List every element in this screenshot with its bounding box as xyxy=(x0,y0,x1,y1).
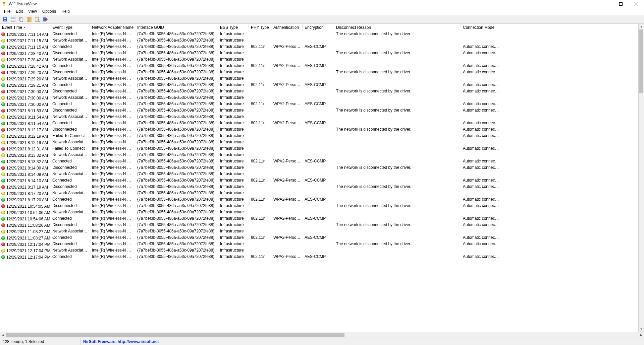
table-row[interactable]: 12/29/2021 7:28:42 AMNetwork Association… xyxy=(0,57,638,63)
column-header[interactable]: Interface GUID xyxy=(135,24,218,31)
cell-type: Connected xyxy=(50,101,90,108)
svg-rect-7 xyxy=(4,20,6,21)
table-row[interactable]: 12/29/2021 7:30:00 AMDisconnectedIntel(R… xyxy=(0,88,638,95)
table-row[interactable]: 12/29/2021 10:54:05 AMDisconnectedIntel(… xyxy=(0,203,638,209)
scroll-down-icon[interactable]: ▼ xyxy=(639,326,644,332)
table-row[interactable]: 12/29/2021 8:17:19 AMDisconnectedIntel(R… xyxy=(0,184,638,190)
cell-enc: AES-CCMP xyxy=(303,101,334,108)
table-row[interactable]: 12/29/2021 7:30:00 AMNetwork Association… xyxy=(0,95,638,101)
cell-phy xyxy=(249,133,271,139)
table-row[interactable]: 12/29/2021 7:29:20 AMNetwork Association… xyxy=(0,76,638,82)
table-row[interactable]: 12/29/2021 7:29:20 AMDisconnectedIntel(R… xyxy=(0,69,638,76)
column-header[interactable]: Connection Mode xyxy=(461,24,501,31)
status-dot-icon xyxy=(1,128,5,132)
table-row[interactable]: 12/29/2021 11:08:26 AMDisconnectedIntel(… xyxy=(0,222,638,228)
table-row[interactable]: 12/29/2021 7:28:40 AMDisconnectedIntel(R… xyxy=(0,50,638,57)
grid-header: Event TimeEvent TypeNetwork Adapter Name… xyxy=(0,24,638,31)
table-row[interactable]: 12/29/2021 7:11:15 AMNetwork Association… xyxy=(0,38,638,44)
cell-mode xyxy=(461,228,501,235)
menu-options[interactable]: Options xyxy=(40,8,59,14)
cell-guid: {7a7bef3b-3055-486a-a53c-09a72072fe88} xyxy=(135,222,218,228)
status-dot-icon xyxy=(1,236,5,240)
cell-mode: Automatic connecti... xyxy=(461,63,501,69)
table-icon[interactable] xyxy=(9,16,17,23)
cell-auth xyxy=(271,69,303,76)
table-row[interactable]: 12/29/2021 8:13:32 AMConnectedIntel(R) W… xyxy=(0,158,638,165)
table-row[interactable]: 12/29/2021 8:17:20 AMConnectedIntel(R) W… xyxy=(0,197,638,203)
table-row[interactable]: 12/29/2021 8:11:54 AMConnectedIntel(R) W… xyxy=(0,120,638,127)
scroll-thumb[interactable] xyxy=(6,333,344,337)
table-row[interactable]: 12/29/2021 7:28:42 AMConnectedIntel(R) W… xyxy=(0,63,638,69)
table-row[interactable]: 12/29/2021 10:54:06 AMNetwork Associatio… xyxy=(0,209,638,216)
cell-auth xyxy=(271,31,303,38)
column-header[interactable]: Event Type xyxy=(50,24,90,31)
table-row[interactable]: 12/29/2021 8:11:54 AMNetwork Association… xyxy=(0,114,638,120)
table-row[interactable]: 12/29/2021 12:17:04 PMNetwork Associatio… xyxy=(0,248,638,254)
cell-mode xyxy=(461,38,501,44)
scroll-thumb[interactable] xyxy=(639,29,643,93)
scroll-left-icon[interactable]: ◀ xyxy=(0,332,6,338)
properties-icon[interactable] xyxy=(25,16,33,23)
menu-edit[interactable]: Edit xyxy=(13,8,25,14)
table-row[interactable]: 12/29/2021 8:12:19 AMFailed To ConnectIn… xyxy=(0,133,638,139)
table-row[interactable]: 12/29/2021 10:54:06 AMConnectedIntel(R) … xyxy=(0,216,638,222)
table-row[interactable]: 12/29/2021 7:30:00 AMConnectedIntel(R) W… xyxy=(0,101,638,108)
close-button[interactable] xyxy=(629,0,644,8)
column-header[interactable]: Event Time xyxy=(0,24,50,31)
maximize-button[interactable] xyxy=(613,0,629,8)
cell-time: 12/29/2021 8:13:32 AM xyxy=(0,152,50,158)
cell-time: 12/29/2021 10:54:06 AM xyxy=(0,209,50,216)
cell-enc: AES-CCMP xyxy=(303,82,334,88)
column-header[interactable]: Network Adapter Name xyxy=(90,24,135,31)
copy-icon[interactable] xyxy=(17,16,25,23)
table-row[interactable]: 12/29/2021 8:11:53 AMDisconnectedIntel(R… xyxy=(0,108,638,114)
menu-view[interactable]: View xyxy=(25,8,40,14)
menu-file[interactable]: File xyxy=(1,8,13,14)
scroll-up-icon[interactable]: ▲ xyxy=(639,24,644,29)
cell-adapter: Intel(R) Wireless-N 7260 xyxy=(90,50,135,57)
table-row[interactable]: 12/29/2021 7:11:14 AMDisconnectedIntel(R… xyxy=(0,31,638,38)
status-dot-icon xyxy=(1,147,5,151)
table-row[interactable]: 12/29/2021 8:12:19 AMNetwork Association… xyxy=(0,139,638,146)
column-header[interactable]: BSS Type xyxy=(218,24,249,31)
cell-guid: {7a7bef3b-3055-486a-a53c-09a72072fe88} xyxy=(135,69,218,76)
table-row[interactable]: 12/29/2021 8:14:10 AMConnectedIntel(R) W… xyxy=(0,178,638,184)
column-header[interactable]: Authentication xyxy=(271,24,303,31)
cell-adapter: Intel(R) Wireless-N 7260 xyxy=(90,184,135,190)
cell-phy: 802.11n xyxy=(249,44,271,50)
cell-phy xyxy=(249,203,271,209)
status-dot-icon xyxy=(1,122,5,125)
save-icon[interactable] xyxy=(1,16,9,23)
cell-mode: Automatic connecti... xyxy=(461,184,501,190)
table-row[interactable]: 12/29/2021 7:11:15 AMConnectedIntel(R) W… xyxy=(0,44,638,50)
minimize-button[interactable] xyxy=(598,0,613,8)
column-header[interactable]: Encryption xyxy=(303,24,334,31)
column-header[interactable]: Disconnect Reason xyxy=(334,24,461,31)
cell-guid: {7a7bef3b-3055-486a-a53c-09a72072fe88} xyxy=(135,82,218,88)
table-row[interactable]: 12/29/2021 12:17:04 PMDisconnectedIntel(… xyxy=(0,241,638,248)
table-row[interactable]: 12/29/2021 8:14:09 AMNetwork Association… xyxy=(0,171,638,178)
vertical-scrollbar[interactable]: ▲ ▼ xyxy=(638,24,644,332)
table-row[interactable]: 12/29/2021 11:08:27 AMConnectedIntel(R) … xyxy=(0,235,638,241)
table-row[interactable]: 12/29/2021 8:14:09 AMDisconnectedIntel(R… xyxy=(0,165,638,171)
table-row[interactable]: 12/29/2021 8:12:17 AMDisconnectedIntel(R… xyxy=(0,127,638,133)
table-row[interactable]: 12/29/2021 8:13:32 AMNetwork Association… xyxy=(0,152,638,158)
table-row[interactable]: 12/29/2021 8:12:31 AMFailed To ConnectIn… xyxy=(0,146,638,152)
find-icon[interactable] xyxy=(34,16,41,23)
table-row[interactable]: 12/29/2021 7:29:21 AMConnectedIntel(R) W… xyxy=(0,82,638,88)
exit-icon[interactable] xyxy=(42,16,49,23)
cell-enc xyxy=(303,38,334,44)
cell-mode xyxy=(461,95,501,101)
table-row[interactable]: 12/29/2021 12:17:04 PMConnectedIntel(R) … xyxy=(0,254,638,260)
cell-adapter: Intel(R) Wireless-N 7260 xyxy=(90,228,135,235)
cell-guid: {7a7bef3b-3055-486a-a53c-09a72072fe88} xyxy=(135,146,218,152)
horizontal-scrollbar[interactable]: ◀ ▶ xyxy=(0,332,644,338)
cell-guid: {7a7bef3b-3055-486a-a53c-09a72072fe88} xyxy=(135,50,218,57)
column-header[interactable]: PHY Type xyxy=(249,24,271,31)
grid-body[interactable]: 12/29/2021 7:11:14 AMDisconnectedIntel(R… xyxy=(0,31,638,260)
scroll-right-icon[interactable]: ▶ xyxy=(638,332,644,338)
menu-help[interactable]: Help xyxy=(59,8,72,14)
cell-adapter: Intel(R) Wireless-N 7260 xyxy=(90,108,135,114)
table-row[interactable]: 12/29/2021 11:08:27 AMNetwork Associatio… xyxy=(0,228,638,235)
table-row[interactable]: 12/29/2021 8:17:20 AMNetwork Association… xyxy=(0,190,638,197)
